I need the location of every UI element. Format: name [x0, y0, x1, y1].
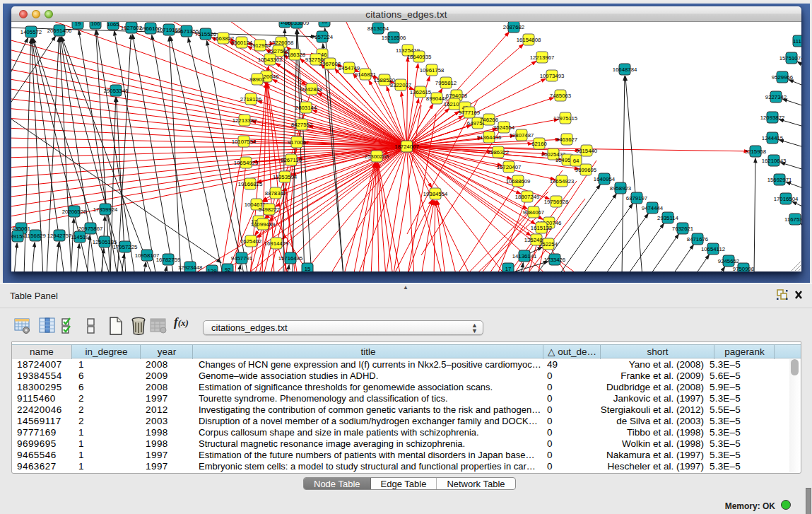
svg-text:6794028: 6794028 — [446, 93, 467, 99]
svg-text:15692971: 15692971 — [767, 177, 792, 183]
svg-text:17016504: 17016504 — [774, 196, 799, 202]
svg-text:7986322: 7986322 — [488, 149, 509, 156]
svg-text:9242848: 9242848 — [301, 86, 322, 93]
svg-text:917006: 917006 — [288, 139, 306, 146]
svg-text:11353594: 11353594 — [273, 174, 298, 180]
svg-text:1065: 1065 — [107, 22, 119, 28]
svg-text:16154808: 16154808 — [517, 37, 541, 43]
svg-text:10973493: 10973493 — [540, 73, 565, 79]
svg-text:9146821: 9146821 — [355, 71, 376, 78]
svg-text:18724007: 18724007 — [394, 144, 419, 150]
svg-text:10807487: 10807487 — [510, 132, 534, 139]
svg-text:114519: 114519 — [71, 234, 88, 240]
svg-text:19166825: 19166825 — [238, 181, 263, 187]
svg-text:1527602: 1527602 — [121, 25, 142, 31]
svg-text:1640954: 1640954 — [594, 176, 616, 182]
svg-text:17957225: 17957225 — [113, 244, 138, 250]
svg-text:5498222: 5498222 — [259, 206, 280, 213]
svg-text:15: 15 — [305, 266, 311, 272]
svg-text:1615132: 1615132 — [531, 225, 552, 231]
svg-text:12923448: 12923448 — [178, 264, 203, 271]
svg-text:12213382: 12213382 — [233, 117, 257, 124]
svg-text:1117: 1117 — [793, 38, 801, 45]
svg-text:10654112: 10654112 — [701, 246, 725, 252]
svg-text:8454749: 8454749 — [339, 65, 360, 71]
svg-text:1244415: 1244415 — [762, 135, 784, 141]
svg-text:16782759: 16782759 — [156, 257, 181, 263]
svg-text:8322037: 8322037 — [390, 82, 411, 88]
svg-text:7857224: 7857224 — [312, 34, 334, 40]
svg-text:2935114: 2935114 — [657, 215, 678, 221]
svg-text:19654923: 19654923 — [234, 160, 259, 166]
svg-text:19654923: 19654923 — [550, 178, 575, 185]
svg-text:10107554: 10107554 — [232, 139, 257, 145]
svg-text:12975115: 12975115 — [553, 115, 578, 122]
svg-text:19384554: 19384554 — [423, 191, 448, 197]
svg-text:1733426: 1733426 — [544, 257, 565, 263]
svg-text:20975867: 20975867 — [78, 226, 103, 232]
svg-text:9463627: 9463627 — [556, 136, 577, 143]
svg-text:12942757: 12942757 — [47, 233, 72, 239]
svg-text:8813054: 8813054 — [367, 25, 389, 32]
svg-text:7955812: 7955812 — [435, 80, 457, 86]
svg-text:8267110: 8267110 — [281, 157, 302, 163]
svg-text:17: 17 — [505, 266, 512, 272]
svg-text:7632621: 7632621 — [672, 226, 693, 232]
svg-text:8427552: 8427552 — [291, 122, 312, 128]
svg-text:3624554: 3624554 — [493, 124, 515, 131]
svg-text:10688609: 10688609 — [506, 178, 531, 185]
svg-text:9815440: 9815440 — [576, 148, 598, 154]
svg-text:9245652: 9245652 — [718, 258, 739, 264]
svg-text:9529966: 9529966 — [772, 74, 793, 81]
svg-text:3215958: 3215958 — [745, 148, 766, 155]
svg-text:29053346: 29053346 — [104, 88, 129, 94]
svg-text:6879197: 6879197 — [626, 195, 647, 201]
svg-text:92: 92 — [225, 267, 231, 272]
svg-text:16: 16 — [322, 22, 328, 25]
svg-text:7625402: 7625402 — [240, 238, 261, 245]
svg-text:16914479: 16914479 — [264, 240, 289, 247]
svg-text:98901: 98901 — [249, 76, 265, 83]
svg-text:9777169: 9777169 — [459, 110, 480, 116]
svg-text:2967608: 2967608 — [319, 61, 341, 67]
svg-text:12213967: 12213967 — [530, 54, 555, 61]
svg-text:2803144: 2803144 — [295, 105, 317, 111]
svg-text:8878342: 8878342 — [265, 190, 286, 197]
svg-text:25300205: 25300205 — [365, 153, 389, 160]
svg-text:64: 64 — [573, 158, 579, 164]
svg-text:19218506: 19218506 — [382, 35, 406, 41]
svg-text:252254: 252254 — [539, 241, 558, 247]
svg-text:15720407: 15720407 — [497, 164, 522, 170]
svg-text:19: 19 — [75, 22, 81, 27]
svg-text:13226058: 13226058 — [269, 40, 294, 46]
svg-text:15751074: 15751074 — [779, 55, 801, 62]
svg-text:106: 106 — [90, 22, 100, 27]
svg-text:62160: 62160 — [531, 141, 547, 147]
svg-text:18640935: 18640935 — [407, 54, 432, 60]
svg-text:129: 129 — [207, 268, 216, 272]
svg-text:16033809: 16033809 — [285, 22, 310, 26]
svg-text:19756928: 19756928 — [544, 199, 569, 205]
svg-text:20206526: 20206526 — [62, 209, 87, 215]
svg-text:16648784: 16648784 — [613, 66, 637, 73]
svg-text:15716485: 15716485 — [278, 255, 303, 262]
svg-text:9084067: 9084067 — [523, 209, 544, 216]
svg-text:7485063: 7485063 — [550, 93, 571, 99]
svg-text:9457791: 9457791 — [231, 255, 252, 262]
svg-text:9699695: 9699695 — [575, 167, 597, 173]
svg-text:1362615: 1362615 — [410, 89, 432, 95]
svg-text:12093872: 12093872 — [760, 115, 785, 121]
svg-text:1167533: 1167533 — [784, 216, 801, 223]
svg-text:8958923: 8958923 — [610, 185, 631, 192]
svg-text:14136141: 14136141 — [512, 253, 537, 259]
svg-text:1405572: 1405572 — [20, 29, 42, 35]
svg-text:2718126: 2718126 — [240, 96, 261, 103]
svg-text:8471676: 8471676 — [687, 236, 708, 243]
svg-text:18807249: 18807249 — [515, 194, 540, 200]
svg-text:17359924: 17359924 — [93, 206, 118, 213]
svg-text:9227342: 9227342 — [765, 94, 787, 100]
svg-text:10961758: 10961758 — [420, 67, 445, 74]
svg-text:10543362: 10543362 — [258, 57, 283, 63]
svg-text:2087682: 2087682 — [503, 24, 524, 30]
svg-text:9474444: 9474444 — [642, 205, 664, 211]
